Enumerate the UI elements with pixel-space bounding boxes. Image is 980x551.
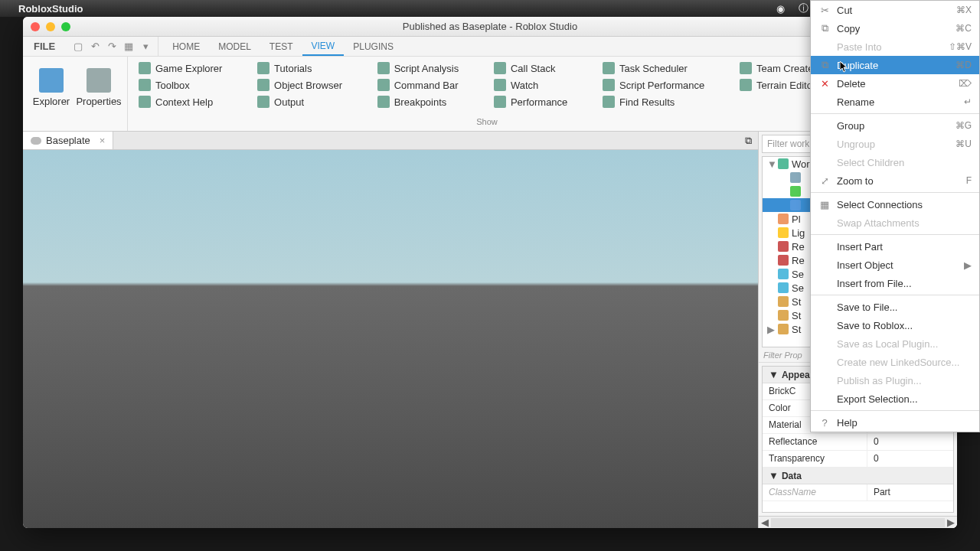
ctx-save-to-roblox-[interactable]: Save to Roblox...: [811, 316, 979, 334]
show-context-help[interactable]: Context Help: [134, 93, 217, 110]
ribbon-tab-home[interactable]: HOME: [163, 37, 209, 56]
ribbon-tab-plugins[interactable]: PLUGINS: [344, 37, 403, 56]
show-team-create[interactable]: Team Create: [735, 60, 818, 77]
tool-icon: [139, 62, 151, 74]
explorer-button[interactable]: Explorer: [29, 60, 74, 115]
property-name: ClassName: [763, 484, 867, 500]
expand-icon[interactable]: ▶: [767, 324, 775, 335]
file-tab[interactable]: FILE: [23, 37, 66, 56]
show-game-explorer[interactable]: Game Explorer: [134, 60, 227, 77]
show-command-bar[interactable]: Command Bar: [373, 77, 463, 93]
property-row[interactable]: ClassNamePart: [763, 484, 953, 501]
menu-icon: [818, 138, 831, 150]
show-breakpoints[interactable]: Breakpoints: [373, 93, 452, 110]
collapse-icon: ▼: [769, 470, 779, 481]
close-button[interactable]: [31, 22, 40, 31]
ribbon-tab-view[interactable]: VIEW: [302, 37, 345, 56]
ribbon-tab-model[interactable]: MODEL: [209, 37, 260, 56]
properties-button[interactable]: Properties: [77, 60, 121, 115]
object-icon: [778, 227, 789, 238]
ctx-insert-object[interactable]: Insert Object▶: [811, 256, 979, 274]
tool-icon: [257, 96, 270, 108]
menu-label: Paste Into: [837, 41, 942, 53]
menu-label: Zoom to: [837, 175, 960, 187]
menu-icon: [818, 337, 831, 350]
accessibility-icon[interactable]: ⓘ: [797, 2, 809, 15]
app-name[interactable]: RobloxStudio: [18, 3, 83, 15]
dropdown-icon[interactable]: ▾: [139, 41, 152, 53]
menu-label: Insert from File...: [837, 278, 972, 289]
menu-icon: ✕: [818, 77, 831, 90]
shortcut: F: [966, 175, 972, 186]
property-section-header[interactable]: ▼ Data: [763, 468, 953, 484]
ctx-copy[interactable]: ⧉Copy⌘C: [811, 19, 979, 37]
undo-icon[interactable]: ↶: [89, 41, 101, 53]
new-icon[interactable]: ▢: [72, 41, 84, 53]
document-tab[interactable]: Baseplate ×: [23, 132, 113, 149]
close-tab-icon[interactable]: ×: [100, 135, 106, 146]
menu-label: Export Selection...: [837, 393, 972, 405]
menu-label: Help: [837, 417, 972, 429]
show-tutorials[interactable]: Tutorials: [253, 60, 316, 77]
ctx-insert-part[interactable]: Insert Part: [811, 237, 979, 256]
ctx-delete[interactable]: ✕Delete⌦: [811, 74, 979, 93]
ribbon-tab-test[interactable]: TEST: [260, 37, 302, 56]
ctx-duplicate[interactable]: ⧉Duplicate⌘D: [811, 56, 979, 74]
zoom-button[interactable]: [61, 22, 70, 31]
object-icon: [778, 310, 789, 321]
show-call-stack[interactable]: Call Stack: [489, 60, 560, 77]
menu-icon: [818, 393, 831, 405]
horizontal-scrollbar[interactable]: ◀ ▶: [759, 516, 957, 528]
show-output[interactable]: Output: [253, 93, 309, 110]
ctx-group[interactable]: Group⌘G: [811, 116, 979, 135]
tool-icon: [740, 62, 752, 74]
scroll-right-icon[interactable]: ▶: [945, 517, 957, 528]
show-find-results[interactable]: Find Results: [598, 93, 679, 110]
property-value[interactable]: 0: [867, 451, 953, 467]
menu-label: Save to File...: [837, 302, 972, 313]
ctx-select-connections[interactable]: ▦Select Connections: [811, 195, 979, 214]
minimize-button[interactable]: [46, 22, 55, 31]
redo-icon[interactable]: ↷: [106, 41, 118, 53]
property-value[interactable]: Part: [867, 484, 953, 500]
stop-icon[interactable]: ◉: [774, 2, 786, 15]
document-tabs: Baseplate × ⧉: [23, 132, 758, 150]
ctx-export-selection-[interactable]: Export Selection...: [811, 390, 979, 408]
expand-icon[interactable]: ⧉: [739, 135, 758, 147]
shortcut: ⇧⌘V: [949, 41, 972, 52]
show-terrain-editor[interactable]: Terrain Editor: [735, 77, 820, 93]
show-script-analysis[interactable]: Script Analysis: [373, 60, 464, 77]
viewport-3d[interactable]: [23, 150, 758, 528]
ctx-rename[interactable]: Rename↵: [811, 93, 979, 111]
menu-label: Duplicate: [837, 60, 949, 71]
menu-label: Select Connections: [837, 199, 972, 210]
show-task-scheduler[interactable]: Task Scheduler: [598, 60, 692, 77]
ctx-zoom-to[interactable]: ⤢Zoom toF: [811, 171, 979, 190]
ctx-paste-into: Paste Into⇧⌘V: [811, 37, 979, 56]
ctx-cut[interactable]: ✂Cut⌘X: [811, 1, 979, 19]
shortcut: ⌘U: [956, 139, 972, 149]
ctx-save-to-file-[interactable]: Save to File...: [811, 298, 979, 316]
ctx-help[interactable]: ?Help: [811, 413, 979, 432]
paste-icon[interactable]: ▦: [122, 41, 135, 53]
ctx-insert-from-file-[interactable]: Insert from File...: [811, 274, 979, 292]
property-value[interactable]: 0: [867, 434, 953, 450]
ctx-swap-attachments: Swap Attachments: [811, 214, 979, 232]
scroll-left-icon[interactable]: ◀: [759, 517, 771, 528]
menu-icon: [818, 41, 831, 53]
show-performance[interactable]: Performance: [489, 93, 572, 110]
tool-icon: [494, 62, 506, 74]
object-icon: [778, 255, 789, 266]
show-script-performance[interactable]: Script Performance: [598, 77, 709, 93]
property-row[interactable]: Reflectance0: [763, 434, 953, 451]
ctx-publish-as-plugin-: Publish as Plugin...: [811, 371, 979, 390]
show-object-browser[interactable]: Object Browser: [253, 77, 347, 93]
property-name: Reflectance: [763, 434, 867, 450]
property-row[interactable]: Transparency0: [763, 451, 953, 468]
object-icon: [778, 324, 789, 334]
object-icon: [778, 282, 789, 293]
show-toolbox[interactable]: Toolbox: [134, 77, 194, 93]
expand-icon[interactable]: ▼: [767, 158, 775, 170]
tool-icon: [603, 62, 615, 74]
show-watch[interactable]: Watch: [489, 77, 543, 93]
